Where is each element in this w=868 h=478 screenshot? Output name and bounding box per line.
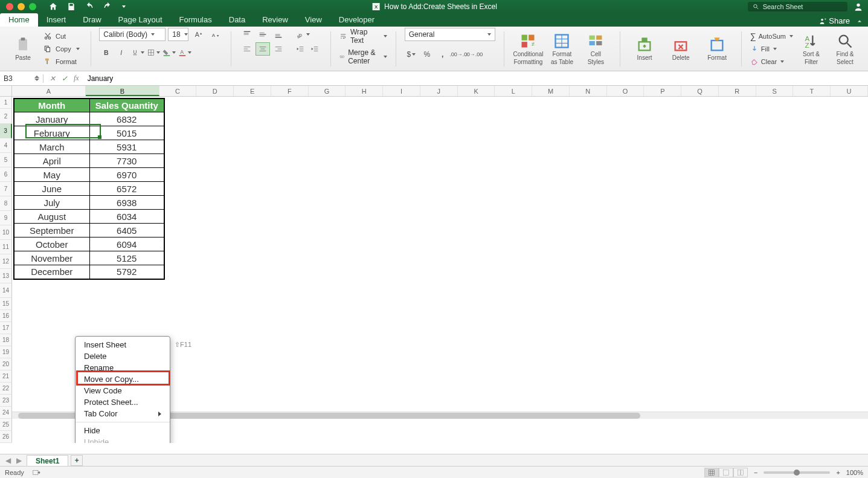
table-cell[interactable]: 6405 [89, 224, 164, 237]
collapse-ribbon-icon[interactable] [856, 18, 863, 25]
table-cell[interactable]: 5792 [89, 265, 164, 279]
ribbon-tab-home[interactable]: Home [0, 13, 38, 27]
table-cell[interactable]: March [14, 140, 89, 154]
conditional-formatting-button[interactable]: ≠ConditionalFormatting [512, 30, 544, 68]
page-layout-view-button[interactable] [719, 468, 733, 477]
row-header-21[interactable]: 21 [0, 370, 12, 383]
row-header-12[interactable]: 12 [0, 254, 12, 269]
table-cell[interactable]: August [14, 210, 89, 224]
column-header-B[interactable]: B [86, 86, 159, 96]
ribbon-tab-page-layout[interactable]: Page Layout [110, 13, 171, 27]
table-cell[interactable]: 6034 [89, 210, 164, 224]
align-bottom-button[interactable] [271, 28, 286, 41]
table-cell[interactable]: September [14, 224, 89, 237]
merge-center-button[interactable]: Merge & Center [339, 48, 387, 65]
page-break-view-button[interactable] [733, 468, 748, 477]
table-cell[interactable]: 5125 [89, 251, 164, 265]
column-header-C[interactable]: C [159, 86, 197, 96]
copy-button[interactable]: Copy [41, 43, 82, 55]
close-window-button[interactable] [6, 3, 13, 10]
row-header-8[interactable]: 8 [0, 196, 12, 211]
find-select-button[interactable]: Find &Select [829, 30, 861, 68]
font-name-combo[interactable]: Calibri (Body) [99, 28, 166, 41]
column-header-R[interactable]: R [719, 86, 756, 96]
ribbon-tab-view[interactable]: View [297, 13, 330, 27]
save-icon[interactable] [66, 2, 76, 11]
row-header-5[interactable]: 5 [0, 153, 12, 167]
column-header-P[interactable]: P [644, 86, 681, 96]
wrap-text-button[interactable]: Wrap Text [339, 28, 387, 45]
table-cell[interactable]: 6572 [89, 182, 164, 196]
align-right-button[interactable] [271, 42, 286, 56]
format-painter-button[interactable]: Format [41, 56, 82, 68]
row-header-15[interactable]: 15 [0, 298, 12, 310]
increase-font-button[interactable]: A▲ [191, 28, 205, 41]
row-header-19[interactable]: 19 [0, 346, 12, 358]
number-format-combo[interactable]: General [405, 28, 495, 41]
bold-button[interactable]: B [99, 46, 114, 59]
column-header-I[interactable]: I [383, 86, 420, 96]
autosum-button[interactable]: ∑AutoSum [750, 30, 793, 42]
context-menu-delete[interactable]: Delete [76, 350, 170, 362]
ribbon-tab-formulas[interactable]: Formulas [171, 13, 220, 27]
percent-format-button[interactable]: % [420, 48, 434, 60]
borders-button[interactable] [146, 46, 161, 59]
accounting-format-button[interactable]: $ [405, 48, 418, 60]
table-cell[interactable]: October [14, 237, 89, 251]
column-header-K[interactable]: K [458, 86, 495, 96]
column-header-F[interactable]: F [271, 86, 309, 96]
sheet-nav-first[interactable]: ◀ [4, 456, 12, 465]
redo-icon[interactable] [103, 2, 112, 11]
table-cell[interactable]: 6832 [89, 112, 164, 126]
column-header-D[interactable]: D [196, 86, 234, 96]
fx-icon[interactable]: fx [74, 74, 79, 83]
row-header-2[interactable]: 2 [0, 109, 12, 124]
row-header-6[interactable]: 6 [0, 167, 12, 182]
row-header-13[interactable]: 13 [0, 269, 12, 283]
row-header-22[interactable]: 22 [0, 383, 12, 395]
row-header-9[interactable]: 9 [0, 211, 12, 225]
search-sheet[interactable] [748, 2, 847, 11]
increase-decimal-button[interactable]: .00→.0 [452, 48, 465, 60]
table-cell[interactable]: May [14, 168, 89, 182]
align-center-button[interactable] [256, 42, 270, 56]
row-header-25[interactable]: 25 [0, 419, 12, 431]
row-header-7[interactable]: 7 [0, 182, 12, 196]
search-input[interactable] [763, 3, 843, 10]
column-header-J[interactable]: J [420, 86, 458, 96]
decrease-font-button[interactable]: A▼ [208, 28, 222, 41]
cut-button[interactable]: Cut [41, 30, 82, 42]
insert-button[interactable]: Insert [629, 30, 660, 68]
paste-button[interactable]: Paste [7, 30, 39, 68]
column-header-T[interactable]: T [793, 86, 831, 96]
sheet-tab-active[interactable]: Sheet1 [27, 455, 68, 467]
delete-button[interactable]: Delete [665, 30, 696, 68]
table-cell[interactable]: December [14, 265, 89, 279]
table-cell[interactable]: February [14, 126, 89, 140]
qat-dropdown[interactable] [122, 5, 126, 8]
format-button[interactable]: Format [701, 30, 733, 68]
column-header-Q[interactable]: Q [681, 86, 719, 96]
table-cell[interactable]: January [14, 112, 89, 126]
decrease-indent-button[interactable] [293, 42, 307, 56]
select-all-corner[interactable] [0, 86, 12, 96]
column-header-H[interactable]: H [346, 86, 383, 96]
underline-button[interactable]: U [130, 46, 145, 59]
context-menu-move-or-copy[interactable]: Move or Copy... [76, 373, 170, 385]
comma-format-button[interactable]: , [436, 48, 449, 60]
row-header-23[interactable]: 23 [0, 395, 12, 407]
ribbon-tab-insert[interactable]: Insert [38, 13, 75, 27]
share-button[interactable]: + Share [818, 16, 850, 25]
context-menu-view-code[interactable]: View Code [76, 385, 170, 396]
table-cell[interactable]: 5015 [89, 126, 164, 140]
sort-filter-button[interactable]: AZSort &Filter [796, 30, 827, 68]
row-header-17[interactable]: 17 [0, 322, 12, 334]
ribbon-tab-draw[interactable]: Draw [74, 13, 109, 27]
clear-button[interactable]: Clear [750, 56, 793, 68]
sheet-nav-prev[interactable]: ▶ [14, 456, 23, 465]
column-header-G[interactable]: G [309, 86, 346, 96]
column-header-U[interactable]: U [831, 86, 868, 96]
cancel-formula-icon[interactable]: ✕ [50, 74, 56, 83]
enter-formula-icon[interactable]: ✓ [62, 74, 68, 83]
increase-indent-button[interactable] [307, 42, 322, 56]
